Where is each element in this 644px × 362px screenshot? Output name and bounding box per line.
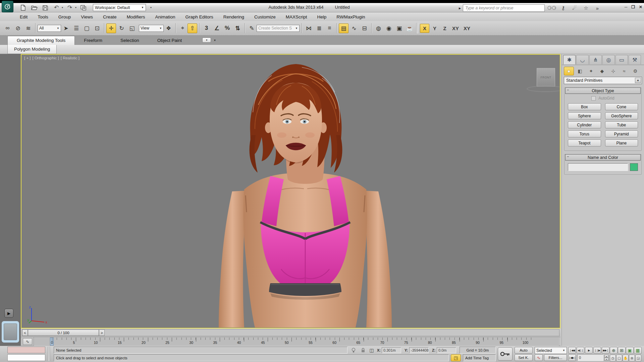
primitive-button-box[interactable]: Box [568,103,601,110]
material-editor-icon[interactable]: ◉ [384,23,394,33]
viewport[interactable]: [ + ] [ Orthographic ] [ Realistic ] FRO… [21,54,560,328]
listener-splitter[interactable] [48,347,50,361]
axis-z-button[interactable]: Z [440,24,449,33]
menu-group[interactable]: Group [53,13,76,21]
menu-modifiers[interactable]: Modifiers [122,13,150,21]
name-color-rollout-header[interactable]: − Name and Color [565,154,641,161]
play-button[interactable]: ▶ [585,347,593,354]
previous-frame-arrow[interactable]: < [22,329,28,336]
primitive-button-sphere[interactable]: Sphere [568,112,601,119]
rectangular-selection-region-icon[interactable]: ▢ [82,23,92,33]
close-button[interactable]: ✕ [639,5,642,9]
tab-motion[interactable]: ◎ [602,55,615,64]
pan-button[interactable]: ✋ [623,355,629,362]
selection-lock-icon[interactable] [359,347,367,354]
select-by-name-icon[interactable]: ☰ [71,23,81,33]
favorites-icon[interactable]: ☆ [580,4,592,12]
isolate-selection-toggle[interactable]: ◳ [451,354,461,361]
menu-create[interactable]: Create [98,13,122,21]
graphite-ribbon-toggle-icon[interactable]: ▤ [339,23,348,33]
rendered-frame-window-icon[interactable]: ▣ [394,23,404,33]
search-icon[interactable]: ⚆⚆ [546,4,557,12]
time-slider-track[interactable]: < 0 / 100 > [22,329,559,336]
object-class-dropdown[interactable]: Standard Primitives ▼ [564,77,642,84]
tab-utilities[interactable]: ⚒ [629,55,641,64]
tab-object-paint[interactable]: Object Paint [148,36,191,45]
zoom-button[interactable]: ⊕ [610,347,618,354]
primitive-button-tube[interactable]: Tube [605,121,638,128]
y-coordinate-field[interactable]: -35944408 [409,347,429,353]
named-selection-set-combo[interactable]: Create Selection S▼ [257,25,300,32]
menu-views[interactable]: Views [76,13,98,21]
select-and-manipulate-icon[interactable]: ⌖ [178,23,187,33]
orbit-button[interactable]: ⊚ [629,355,635,362]
select-object-icon[interactable]: ➤ [61,23,71,33]
render-production-icon[interactable]: ☕ [405,23,415,33]
menu-maxscript[interactable]: MAXScript [281,13,312,21]
open-file-button[interactable] [30,4,39,12]
zoom-extents-button[interactable]: ▣ [626,347,634,354]
axis-toolbar-grip[interactable] [416,23,418,34]
menu-rwmaxplugin[interactable]: RWMaxPlugin [331,13,370,21]
align-icon[interactable]: ≣ [314,23,324,33]
track-bar-ruler[interactable]: 0510152025303540455055606570758085909510… [34,337,559,346]
save-file-button[interactable] [41,4,50,12]
frame-spinner[interactable]: ▲▼ [604,355,608,361]
menu-graph-editors[interactable]: Graph Editors [180,13,218,21]
select-and-link-icon[interactable]: ∞ [3,23,12,33]
manage-layers-icon[interactable]: ≡ [325,23,334,33]
primitive-button-cone[interactable]: Cone [605,103,638,110]
category-geometry-icon[interactable]: ● [564,67,574,75]
select-and-rotate-icon[interactable]: ↻ [117,23,126,33]
render-setup-icon[interactable]: ◍ [374,23,383,33]
project-folder-button[interactable] [79,4,88,12]
auto-key-button[interactable]: Auto [515,347,533,354]
object-type-rollout-header[interactable]: − Object Type [565,87,641,94]
autogrid-checkbox[interactable] [591,96,596,101]
redo-button[interactable]: ↷ [65,4,74,12]
ribbon-options-arrow[interactable]: ▾ [214,39,216,42]
application-menu-button[interactable] [2,1,13,12]
snaps-toggle-3d-icon[interactable]: 3 [202,23,211,33]
menu-help[interactable]: Help [312,13,332,21]
use-pivot-point-icon[interactable]: ❖ [164,23,173,33]
schematic-view-icon[interactable]: ⊟ [360,23,369,33]
tab-selection[interactable]: Selection [111,36,148,45]
percent-snap-icon[interactable]: % [222,23,232,33]
absolute-offset-mode-toggle[interactable]: ◫ [368,347,376,354]
maxscript-mini-listener-macro[interactable] [7,347,45,353]
go-to-end-button[interactable]: ▶▶❘ [602,347,609,354]
menu-tools[interactable]: Tools [33,13,53,21]
next-frame-button[interactable]: ❘❘▶ [593,347,601,354]
tab-polygon-modeling[interactable]: Polygon Modeling [7,45,57,54]
tab-display[interactable]: ▭ [615,55,628,64]
communication-center-icon[interactable]: ☄ [569,4,580,12]
zoom-extents-all-button[interactable]: ▦ [634,347,642,354]
category-space-warps-icon[interactable]: ≈ [619,67,629,75]
zoom-all-button[interactable]: ⊞ [618,347,626,354]
primitive-button-torus[interactable]: Torus [568,130,601,137]
undo-dropdown-arrow[interactable]: ▾ [62,6,63,9]
current-frame-field[interactable]: 0 [577,354,603,361]
x-coordinate-field[interactable]: 0.301m [382,347,401,353]
viewport-pov-menu[interactable]: [ Orthographic ] [33,56,59,60]
selection-filter-dropdown[interactable]: All▼ [38,25,61,32]
next-frame-arrow[interactable]: > [99,329,105,336]
edit-named-selection-sets-icon[interactable]: ✎ [247,23,257,33]
zoom-region-button[interactable]: ▢ [616,355,622,362]
select-and-scale-icon[interactable]: ◱ [127,23,137,33]
adaptive-degradation-icon[interactable] [350,347,358,354]
viewcube[interactable]: FRONT [537,68,555,86]
reference-coordinate-dropdown[interactable]: View▼ [139,25,164,32]
restore-button[interactable]: ❐ [631,5,635,9]
object-color-swatch[interactable] [630,163,638,171]
left-panel-expand-button[interactable]: ▶ [4,309,13,318]
maxscript-mini-listener[interactable] [7,354,45,361]
category-systems-icon[interactable]: ⚙ [630,67,640,75]
viewport-general-menu[interactable]: [ + ] [24,56,31,60]
axis-x-button[interactable]: X [420,24,429,33]
undo-button[interactable]: ↶ [52,4,61,12]
tab-graphite-modeling-tools[interactable]: Graphite Modeling Tools [7,36,75,45]
viewport-shading-menu[interactable]: [ Realistic ] [61,56,79,60]
time-slider-handle[interactable]: 0 / 100 [28,329,99,336]
